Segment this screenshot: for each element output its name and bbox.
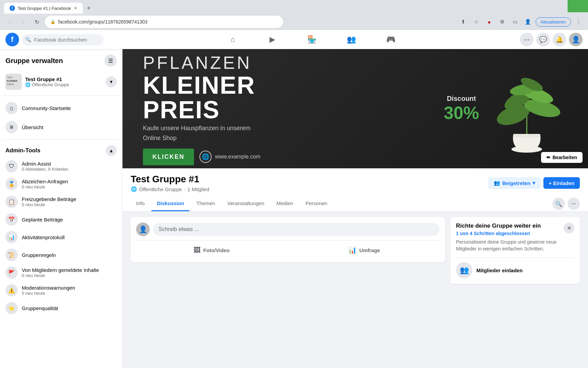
cover-klicken-button[interactable]: KLICKEN [143, 149, 194, 165]
nav-home[interactable]: ⌂ [214, 31, 252, 48]
activity-icon: 📊 [5, 231, 18, 243]
photo-video-button[interactable]: 🖼 Foto/Video [136, 243, 287, 257]
split-view-icon[interactable]: ▭ [510, 16, 521, 27]
sidebar-header: Gruppe verwalten ☰ [3, 55, 119, 71]
sidebar-item-activity[interactable]: 📊 Aktivitätenprotokoll [3, 228, 119, 246]
sidebar-item-warnings[interactable]: ⚠️ Moderationswarnungen 0 neu heute [3, 281, 119, 299]
user-avatar[interactable]: 👤 [569, 33, 583, 46]
bookmark-icon[interactable]: ☆ [471, 16, 482, 27]
sidebar-nav-label-community: Community-Startseite [22, 105, 71, 111]
tab-personen[interactable]: Personen [300, 196, 333, 211]
admin-assist-info: Admin Assist 0 Aktivitäten, 0 Kriterien [22, 161, 117, 172]
survey-button[interactable]: 📊 Umfrage [289, 243, 440, 257]
tab-diskussion[interactable]: Diskussion [151, 196, 190, 211]
quality-icon: ⭐ [5, 302, 18, 314]
sidebar-item-badges[interactable]: 🏅 Abzeichen-Anfragen 0 neu heute [3, 175, 119, 193]
more-options-button[interactable]: ··· [568, 198, 580, 210]
refresh-button[interactable]: ↻ [31, 16, 42, 27]
search-input[interactable] [22, 34, 103, 45]
rules-icon: 📜 [5, 249, 18, 261]
share-icon[interactable]: ⬆ [458, 16, 469, 27]
cover-preis-title: PREIS [143, 97, 430, 122]
extension-icon-2[interactable]: ⚙ [497, 16, 508, 27]
setup-header: Richte deine Gruppe weiter ein 1 von 4 S… [456, 223, 574, 236]
menu-icon[interactable]: ⋮ [573, 16, 584, 27]
badges-sub: 0 neu heute [22, 184, 117, 189]
cover-edit-button[interactable]: ✏ Bearbeiten [541, 152, 583, 163]
sidebar-item-quality[interactable]: ⭐ Gruppenqualität [3, 299, 119, 317]
nav-watch[interactable]: ▶ [253, 31, 291, 48]
search-posts-button[interactable]: 🔍 [553, 198, 565, 210]
svg-rect-5 [513, 134, 540, 137]
warnings-sub: 0 neu heute [22, 291, 117, 296]
admin-tools-heading: Admin-Tools ▲ [3, 142, 119, 157]
group-action-buttons: 👥 Beigetreten ▾ + Einladen [488, 177, 580, 189]
notifications-icon[interactable]: 🔔 [553, 33, 566, 46]
update-button[interactable]: Aktualisieren [536, 17, 571, 27]
facebook-logo[interactable]: f [5, 33, 19, 46]
admin-assist-icon: 🛡 [5, 160, 18, 172]
sidebar-divider-2 [3, 139, 119, 140]
tab-themen[interactable]: Themen [191, 196, 220, 211]
sidebar-item-pending[interactable]: 📋 Freizugebende Beiträge 0 neu heute [3, 193, 119, 211]
reported-info: Von Mitgliedern gemeldete Inhalte 0 neu … [22, 267, 117, 278]
post-area: 👤 Schreib etwas ... 🖼 Foto/Video 📊 Umfra… [131, 217, 445, 284]
back-button[interactable]: ‹ [4, 16, 15, 27]
forward-button[interactable]: › [18, 16, 29, 27]
tab-list: Info Diskussion Themen Veranstaltungen M… [131, 196, 333, 211]
post-input[interactable]: Schreib etwas ... [153, 223, 440, 236]
nav-groups[interactable]: 👥 [332, 31, 370, 48]
apps-icon[interactable]: ⋯ [520, 33, 534, 46]
rules-info: Gruppenregeln [22, 252, 117, 258]
pencil-icon: ✏ [546, 155, 551, 160]
pending-name: Freizugebende Beiträge [22, 196, 117, 202]
post-box: 👤 Schreib etwas ... 🖼 Foto/Video 📊 Umfra… [131, 217, 445, 262]
sidebar-item-scheduled[interactable]: 📅 Geplante Beiträge [3, 211, 119, 228]
sidebar-item-rules[interactable]: 📜 Gruppenregeln [3, 246, 119, 264]
survey-icon: 📊 [348, 246, 357, 254]
setup-title: Richte deine Gruppe weiter ein [456, 223, 541, 229]
messenger-icon[interactable]: 💬 [536, 33, 550, 46]
nav-gaming[interactable]: 🎮 [372, 31, 410, 48]
nav-marketplace[interactable]: 🏪 [293, 31, 331, 48]
collapse-admin-icon[interactable]: ▲ [106, 145, 117, 156]
address-input[interactable]: 🔒 facebook.com/groups/1187626598741303 [45, 16, 283, 28]
setup-close-button[interactable]: ✕ [564, 223, 574, 233]
joined-button[interactable]: 👥 Beigetreten ▾ [488, 177, 541, 189]
cover-website-link[interactable]: 🌐 www.example.com [199, 151, 260, 163]
main-layout: Gruppe verwalten ☰ TESTKLEINERPREIS Test… [0, 49, 588, 368]
pending-sub: 0 neu heute [22, 202, 117, 207]
group-name: Test Gruppe #1 [131, 174, 209, 185]
setup-title-block: Richte deine Gruppe weiter ein 1 von 4 S… [456, 223, 541, 236]
chevron-down-icon[interactable]: ▾ [106, 76, 117, 87]
rules-name: Gruppenregeln [22, 252, 117, 258]
group-meta: 🌐 Öffentliche Gruppe · 1 Mitglied [131, 186, 209, 192]
tab-veranstaltungen[interactable]: Veranstaltungen [222, 196, 270, 211]
sidebar-item-community[interactable]: ⌂ Community-Startseite [3, 98, 119, 118]
sidebar-item-overview[interactable]: ≡ Übersicht [3, 118, 119, 137]
tab-info[interactable]: Info [131, 196, 150, 211]
sidebar-icon-button[interactable]: ☰ [104, 55, 117, 67]
extension-icon-1[interactable]: ● [484, 16, 495, 27]
cover-buttons: KLICKEN 🌐 www.example.com [143, 149, 430, 165]
sidebar-item-reported[interactable]: 🚩 Von Mitgliedern gemeldete Inhalte 0 ne… [3, 264, 119, 281]
chevron-down-icon: ▾ [533, 180, 535, 186]
admin-assist-name: Admin Assist [22, 161, 117, 167]
scheduled-name: Geplante Beiträge [22, 217, 117, 223]
sidebar-item-admin-assist[interactable]: 🛡 Admin Assist 0 Aktivitäten, 0 Kriterie… [3, 157, 119, 175]
active-tab[interactable]: f Test Gruppe #1 | Facebook ✕ [4, 3, 83, 14]
quality-name: Gruppenqualität [22, 305, 117, 311]
sidebar-group-item[interactable]: TESTKLEINERPREIS Test Gruppe #1 🌐 Öffent… [3, 71, 119, 93]
invite-button[interactable]: + Einladen [543, 177, 580, 189]
tab-close-button[interactable]: ✕ [74, 6, 77, 11]
cover-subtitle-1: Kaufe unsere Hauspflanzen in unserem [143, 125, 430, 132]
setup-member-row[interactable]: 👥 Mitglieder einladen [456, 258, 574, 278]
new-tab-button[interactable]: + [84, 3, 94, 13]
cover-kleiner-title: KLEINER [143, 73, 430, 97]
post-action-buttons: 🖼 Foto/Video 📊 Umfrage [136, 243, 440, 257]
search-icon: 🔍 [25, 37, 31, 42]
pending-icon: 📋 [5, 196, 18, 208]
tab-medien[interactable]: Medien [271, 196, 299, 211]
profile-icon[interactable]: 👤 [523, 16, 534, 27]
setup-description: Personalisiere deine Gruppe und gewinne … [456, 239, 574, 252]
